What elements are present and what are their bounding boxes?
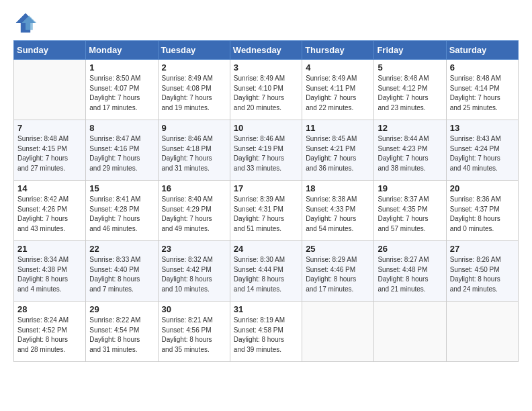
day-number: 28 bbox=[17, 304, 82, 314]
day-number: 22 bbox=[89, 244, 154, 254]
calendar-cell: 14Sunrise: 8:42 AMSunset: 4:26 PMDayligh… bbox=[14, 181, 86, 241]
calendar-cell: 10Sunrise: 8:46 AMSunset: 4:19 PMDayligh… bbox=[230, 120, 302, 181]
day-number: 27 bbox=[450, 244, 515, 254]
header-friday: Friday bbox=[374, 41, 446, 60]
calendar-cell: 29Sunrise: 8:22 AMSunset: 4:54 PMDayligh… bbox=[86, 302, 158, 362]
calendar-cell: 19Sunrise: 8:37 AMSunset: 4:35 PMDayligh… bbox=[374, 181, 446, 241]
calendar-cell: 3Sunrise: 8:49 AMSunset: 4:10 PMDaylight… bbox=[230, 60, 302, 120]
day-number: 3 bbox=[234, 62, 298, 73]
day-info: Sunrise: 8:48 AMSunset: 4:14 PMDaylight:… bbox=[450, 74, 515, 113]
day-number: 18 bbox=[306, 183, 370, 193]
day-number: 21 bbox=[17, 244, 82, 254]
day-info: Sunrise: 8:49 AMSunset: 4:10 PMDaylight:… bbox=[234, 74, 298, 113]
calendar-cell: 4Sunrise: 8:49 AMSunset: 4:11 PMDaylight… bbox=[302, 60, 374, 120]
day-info: Sunrise: 8:29 AMSunset: 4:46 PMDaylight:… bbox=[306, 255, 370, 294]
day-info: Sunrise: 8:27 AMSunset: 4:48 PMDaylight:… bbox=[378, 255, 442, 294]
calendar-cell: 24Sunrise: 8:30 AMSunset: 4:44 PMDayligh… bbox=[230, 241, 302, 302]
day-number: 23 bbox=[162, 244, 226, 254]
header-saturday: Saturday bbox=[446, 41, 518, 60]
calendar-cell: 31Sunrise: 8:19 AMSunset: 4:58 PMDayligh… bbox=[230, 302, 302, 362]
calendar-cell: 12Sunrise: 8:44 AMSunset: 4:23 PMDayligh… bbox=[374, 120, 446, 181]
day-info: Sunrise: 8:48 AMSunset: 4:15 PMDaylight:… bbox=[17, 134, 82, 173]
header-tuesday: Tuesday bbox=[158, 41, 230, 60]
calendar-cell: 25Sunrise: 8:29 AMSunset: 4:46 PMDayligh… bbox=[302, 241, 374, 302]
page-header bbox=[13, 11, 519, 35]
calendar-cell: 21Sunrise: 8:34 AMSunset: 4:38 PMDayligh… bbox=[14, 241, 86, 302]
day-number: 29 bbox=[89, 304, 154, 314]
calendar-cell bbox=[302, 302, 374, 362]
calendar-cell: 17Sunrise: 8:39 AMSunset: 4:31 PMDayligh… bbox=[230, 181, 302, 241]
calendar-week-5: 28Sunrise: 8:24 AMSunset: 4:52 PMDayligh… bbox=[14, 302, 519, 362]
calendar-cell: 16Sunrise: 8:40 AMSunset: 4:29 PMDayligh… bbox=[158, 181, 230, 241]
header-sunday: Sunday bbox=[14, 41, 86, 60]
calendar-week-1: 1Sunrise: 8:50 AMSunset: 4:07 PMDaylight… bbox=[14, 60, 519, 120]
day-info: Sunrise: 8:43 AMSunset: 4:24 PMDaylight:… bbox=[450, 134, 515, 173]
day-number: 16 bbox=[162, 183, 226, 193]
day-info: Sunrise: 8:19 AMSunset: 4:58 PMDaylight:… bbox=[234, 316, 298, 355]
logo bbox=[13, 11, 40, 35]
day-info: Sunrise: 8:41 AMSunset: 4:28 PMDaylight:… bbox=[89, 195, 154, 234]
calendar-table: SundayMondayTuesdayWednesdayThursdayFrid… bbox=[13, 40, 519, 362]
calendar-cell: 7Sunrise: 8:48 AMSunset: 4:15 PMDaylight… bbox=[14, 120, 86, 181]
day-info: Sunrise: 8:46 AMSunset: 4:19 PMDaylight:… bbox=[234, 134, 298, 173]
day-info: Sunrise: 8:42 AMSunset: 4:26 PMDaylight:… bbox=[17, 195, 82, 234]
day-number: 19 bbox=[378, 183, 442, 193]
calendar-cell: 28Sunrise: 8:24 AMSunset: 4:52 PMDayligh… bbox=[14, 302, 86, 362]
day-info: Sunrise: 8:36 AMSunset: 4:37 PMDaylight:… bbox=[450, 195, 515, 234]
calendar-cell: 5Sunrise: 8:48 AMSunset: 4:12 PMDaylight… bbox=[374, 60, 446, 120]
day-info: Sunrise: 8:50 AMSunset: 4:07 PMDaylight:… bbox=[89, 74, 154, 113]
calendar-week-3: 14Sunrise: 8:42 AMSunset: 4:26 PMDayligh… bbox=[14, 181, 519, 241]
day-info: Sunrise: 8:46 AMSunset: 4:18 PMDaylight:… bbox=[162, 134, 226, 173]
calendar-cell: 2Sunrise: 8:49 AMSunset: 4:08 PMDaylight… bbox=[158, 60, 230, 120]
day-number: 14 bbox=[17, 183, 82, 193]
day-number: 4 bbox=[306, 62, 370, 73]
day-number: 2 bbox=[162, 62, 226, 73]
header-monday: Monday bbox=[86, 41, 158, 60]
calendar-header-row: SundayMondayTuesdayWednesdayThursdayFrid… bbox=[14, 41, 519, 60]
day-number: 12 bbox=[378, 123, 442, 133]
day-info: Sunrise: 8:38 AMSunset: 4:33 PMDaylight:… bbox=[306, 195, 370, 234]
day-number: 10 bbox=[234, 123, 298, 133]
calendar-cell: 27Sunrise: 8:26 AMSunset: 4:50 PMDayligh… bbox=[446, 241, 518, 302]
day-number: 15 bbox=[89, 183, 154, 193]
day-info: Sunrise: 8:26 AMSunset: 4:50 PMDaylight:… bbox=[450, 255, 515, 294]
day-info: Sunrise: 8:37 AMSunset: 4:35 PMDaylight:… bbox=[378, 195, 442, 234]
day-number: 6 bbox=[450, 62, 515, 73]
logo-icon bbox=[13, 11, 38, 35]
day-number: 7 bbox=[17, 123, 82, 133]
calendar-cell: 15Sunrise: 8:41 AMSunset: 4:28 PMDayligh… bbox=[86, 181, 158, 241]
day-number: 8 bbox=[89, 123, 154, 133]
day-info: Sunrise: 8:32 AMSunset: 4:42 PMDaylight:… bbox=[162, 255, 226, 294]
day-number: 5 bbox=[378, 62, 442, 73]
calendar-cell: 6Sunrise: 8:48 AMSunset: 4:14 PMDaylight… bbox=[446, 60, 518, 120]
day-info: Sunrise: 8:47 AMSunset: 4:16 PMDaylight:… bbox=[89, 134, 154, 173]
day-info: Sunrise: 8:48 AMSunset: 4:12 PMDaylight:… bbox=[378, 74, 442, 113]
day-number: 25 bbox=[306, 244, 370, 254]
day-info: Sunrise: 8:34 AMSunset: 4:38 PMDaylight:… bbox=[17, 255, 82, 294]
calendar-week-2: 7Sunrise: 8:48 AMSunset: 4:15 PMDaylight… bbox=[14, 120, 519, 181]
calendar-cell: 26Sunrise: 8:27 AMSunset: 4:48 PMDayligh… bbox=[374, 241, 446, 302]
day-info: Sunrise: 8:33 AMSunset: 4:40 PMDaylight:… bbox=[89, 255, 154, 294]
calendar-cell: 11Sunrise: 8:45 AMSunset: 4:21 PMDayligh… bbox=[302, 120, 374, 181]
calendar-cell: 13Sunrise: 8:43 AMSunset: 4:24 PMDayligh… bbox=[446, 120, 518, 181]
day-number: 31 bbox=[234, 304, 298, 314]
calendar-cell bbox=[14, 60, 86, 120]
calendar-cell: 1Sunrise: 8:50 AMSunset: 4:07 PMDaylight… bbox=[86, 60, 158, 120]
day-number: 11 bbox=[306, 123, 370, 133]
day-info: Sunrise: 8:24 AMSunset: 4:52 PMDaylight:… bbox=[17, 316, 82, 355]
day-info: Sunrise: 8:22 AMSunset: 4:54 PMDaylight:… bbox=[89, 316, 154, 355]
day-number: 13 bbox=[450, 123, 515, 133]
calendar-cell: 23Sunrise: 8:32 AMSunset: 4:42 PMDayligh… bbox=[158, 241, 230, 302]
day-number: 24 bbox=[234, 244, 298, 254]
day-info: Sunrise: 8:44 AMSunset: 4:23 PMDaylight:… bbox=[378, 134, 442, 173]
day-number: 9 bbox=[162, 123, 226, 133]
day-info: Sunrise: 8:39 AMSunset: 4:31 PMDaylight:… bbox=[234, 195, 298, 234]
calendar-cell: 20Sunrise: 8:36 AMSunset: 4:37 PMDayligh… bbox=[446, 181, 518, 241]
calendar-cell: 22Sunrise: 8:33 AMSunset: 4:40 PMDayligh… bbox=[86, 241, 158, 302]
calendar-cell: 30Sunrise: 8:21 AMSunset: 4:56 PMDayligh… bbox=[158, 302, 230, 362]
calendar-week-4: 21Sunrise: 8:34 AMSunset: 4:38 PMDayligh… bbox=[14, 241, 519, 302]
day-number: 20 bbox=[450, 183, 515, 193]
day-number: 17 bbox=[234, 183, 298, 193]
day-info: Sunrise: 8:49 AMSunset: 4:11 PMDaylight:… bbox=[306, 74, 370, 113]
calendar-cell: 8Sunrise: 8:47 AMSunset: 4:16 PMDaylight… bbox=[86, 120, 158, 181]
